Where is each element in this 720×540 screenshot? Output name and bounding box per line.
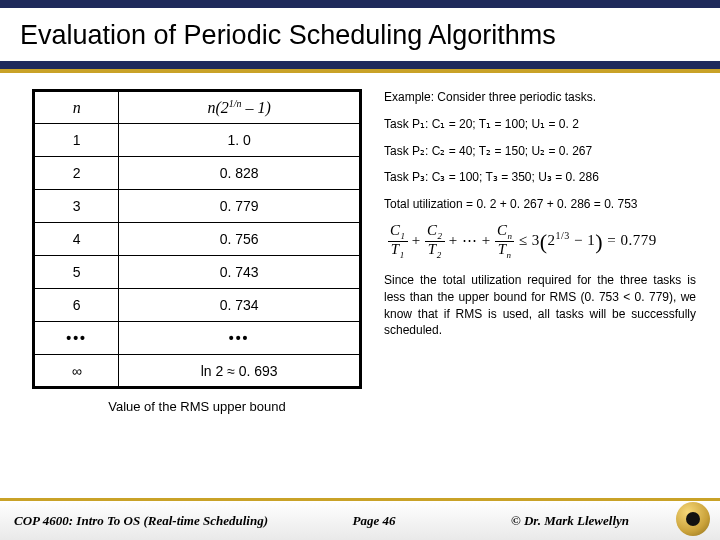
total-utilization: Total utilization = 0. 2 + 0. 267 + 0. 2… bbox=[384, 196, 696, 213]
task2-line: Task P₂: C₂ = 40; T₂ = 150; U₂ = 0. 267 bbox=[384, 143, 696, 160]
col-header-fn: n(21/n – 1) bbox=[119, 91, 361, 124]
table-row: 60. 734 bbox=[34, 289, 361, 322]
task3-line: Task P₃: C₃ = 100; T₃ = 350; U₃ = 0. 286 bbox=[384, 169, 696, 186]
rms-bound-table: n n(21/n – 1) 11. 0 20. 828 30. 779 40. … bbox=[32, 89, 362, 389]
table-row: 40. 756 bbox=[34, 223, 361, 256]
col-header-n: n bbox=[34, 91, 119, 124]
content-area: n n(21/n – 1) 11. 0 20. 828 30. 779 40. … bbox=[0, 73, 720, 422]
table-row: 11. 0 bbox=[34, 124, 361, 157]
table-row: 30. 779 bbox=[34, 190, 361, 223]
example-panel: Example: Consider three periodic tasks. … bbox=[384, 89, 696, 414]
page-title: Evaluation of Periodic Scheduling Algori… bbox=[0, 8, 720, 61]
conclusion-text: Since the total utilization required for… bbox=[384, 272, 696, 339]
table-row: 20. 828 bbox=[34, 157, 361, 190]
table-header-row: n n(21/n – 1) bbox=[34, 91, 361, 124]
table-row: •••••• bbox=[34, 322, 361, 355]
top-dark-bar bbox=[0, 0, 720, 8]
formula-result: = 0.779 bbox=[607, 232, 656, 248]
table-panel: n n(21/n – 1) 11. 0 20. 828 30. 779 40. … bbox=[32, 89, 362, 414]
footer-page: Page 46 bbox=[314, 513, 434, 529]
ucf-logo-icon bbox=[676, 502, 710, 536]
rms-formula: C1T1 + C2T2 + ⋯ + CnTn ≤ 3(21/3 − 1) = 0… bbox=[388, 223, 696, 260]
table-row: 50. 743 bbox=[34, 256, 361, 289]
footer-bar: COP 4600: Intro To OS (Real-time Schedul… bbox=[0, 498, 720, 540]
table-row: ∞ln 2 ≈ 0. 693 bbox=[34, 355, 361, 388]
footer-course: COP 4600: Intro To OS (Real-time Schedul… bbox=[14, 513, 314, 529]
task1-line: Task P₁: C₁ = 20; T₁ = 100; U₁ = 0. 2 bbox=[384, 116, 696, 133]
example-intro: Example: Consider three periodic tasks. bbox=[384, 89, 696, 106]
footer-author: © Dr. Mark Llewellyn bbox=[434, 513, 706, 529]
title-underline-dark bbox=[0, 61, 720, 69]
table-caption: Value of the RMS upper bound bbox=[32, 399, 362, 414]
